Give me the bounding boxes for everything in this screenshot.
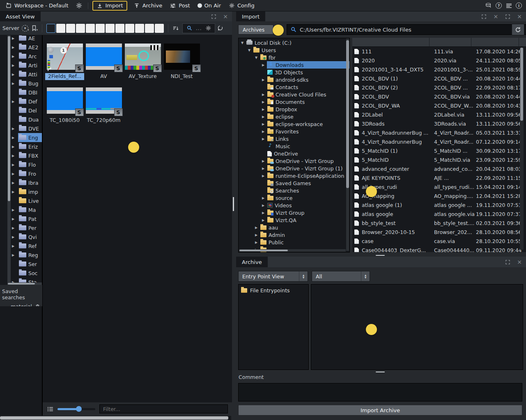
asset-tree-item[interactable]: Bug <box>0 79 42 88</box>
thumbnail-image[interactable]: S <box>47 87 83 114</box>
expander-icon[interactable] <box>262 137 267 141</box>
asset-tree-item[interactable]: Eng <box>0 133 42 142</box>
table-row[interactable]: 2020 2020.via 24.11.2020 08:05 <box>352 56 526 65</box>
filesystem-tree-item[interactable]: Videos <box>239 202 349 209</box>
expander-icon[interactable] <box>255 233 260 237</box>
asset-tree-item[interactable]: DBI <box>0 88 42 97</box>
asset-tree-item[interactable]: Flo <box>0 160 42 169</box>
expander-icon[interactable] <box>12 226 16 230</box>
filesystem-tree-hscrollbar[interactable] <box>239 249 346 252</box>
expander-icon[interactable] <box>12 154 16 158</box>
file-entrypoints-item[interactable]: File Entrypoints <box>241 287 306 294</box>
filesystem-tree-item[interactable]: Vizrt.QA <box>239 216 349 224</box>
tab-asset-view[interactable]: Asset View <box>0 11 41 21</box>
table-row[interactable]: 3DRoads 3DRoads.via 13.11.2020 09:56 <box>352 119 526 128</box>
table-row[interactable]: 5_MatchID (1) 5_MatchID ... 30.09.2020 1… <box>352 146 526 155</box>
sort-order-icon[interactable] <box>172 25 179 32</box>
expander-icon[interactable] <box>12 46 16 49</box>
filesystem-tree-item[interactable]: Documents <box>239 98 349 106</box>
asset-thumbnail[interactable]: S NDI_Test <box>162 44 201 80</box>
asset-filter-button[interactable] <box>115 24 124 33</box>
expander-icon[interactable] <box>12 127 16 131</box>
asset-tree-item[interactable]: Pat <box>0 214 42 223</box>
expander-icon[interactable] <box>262 108 267 111</box>
expand-panel-icon[interactable] <box>504 259 511 265</box>
archive-mode-button[interactable]: Archive <box>130 0 166 11</box>
filesystem-tree-item[interactable]: android-sdks <box>239 76 349 83</box>
asset-filter-button[interactable] <box>46 24 55 33</box>
table-vscrollbar-thumb[interactable] <box>520 48 523 121</box>
asset-tree-item[interactable]: Ibra <box>0 178 42 187</box>
expander-icon[interactable] <box>248 48 253 52</box>
expander-icon[interactable] <box>12 235 16 239</box>
asset-tree-item[interactable]: Soc <box>0 269 42 278</box>
left-panel-hscrollbar-thumb[interactable] <box>0 416 228 420</box>
asset-filter-input[interactable] <box>99 404 228 413</box>
asset-thumbnail[interactable]: S 2Fields_Ref... <box>45 44 84 80</box>
thumbnail-caption[interactable]: AV_Texture <box>123 73 162 80</box>
expander-icon[interactable] <box>255 226 260 230</box>
filesystem-tree-item[interactable]: Dropbox <box>239 106 349 113</box>
help-icon[interactable]: ? <box>496 2 502 9</box>
expander-icon[interactable] <box>262 218 267 222</box>
filesystem-tree-item[interactable]: Public <box>239 239 349 246</box>
filesystem-tree-item[interactable]: Local Disk (C:) <box>239 39 349 46</box>
expander-icon[interactable] <box>262 204 267 207</box>
thumbnail-image[interactable]: S <box>86 44 122 70</box>
import-mode-button[interactable]: Import <box>92 1 127 11</box>
expander-icon[interactable] <box>262 174 267 178</box>
server-refresh-button[interactable]: ★ ▾ <box>22 25 29 32</box>
asset-tree-item[interactable]: Eriz <box>0 142 42 151</box>
expander-icon[interactable] <box>262 122 267 126</box>
table-row[interactable]: Case0044403_DexterG... Case0044440... 09… <box>352 246 526 252</box>
table-row[interactable]: 2DLabel 2DLabel.via 13.11.2020 09:56 <box>352 110 526 119</box>
asset-tree-item[interactable]: Fro <box>0 169 42 178</box>
filesystem-tree-item[interactable]: Favorites <box>239 128 349 135</box>
archives-dropdown-button[interactable]: Archives <box>238 25 273 34</box>
thumbnail-caption[interactable]: TC_720p60m <box>84 117 123 124</box>
expander-icon[interactable] <box>262 159 267 163</box>
table-row[interactable]: advanced_counter advanced_co... 20.04.20… <box>352 164 526 173</box>
splitter-handle[interactable] <box>376 372 385 372</box>
filesystem-tree-vscrollbar-thumb[interactable] <box>346 40 349 188</box>
expander-icon[interactable] <box>12 73 16 76</box>
thumbnail-caption[interactable]: AV <box>84 73 123 80</box>
filesystem-tree-item[interactable]: Admin <box>239 231 349 239</box>
import-archive-button[interactable]: Import Archive <box>238 405 522 415</box>
expander-icon[interactable] <box>12 253 16 257</box>
expander-icon[interactable] <box>262 93 267 96</box>
expander-icon[interactable] <box>12 172 16 176</box>
search-settings-gear-icon[interactable] <box>205 25 211 32</box>
filesystem-tree-item[interactable]: Searches <box>239 187 349 194</box>
asset-filter-button[interactable] <box>155 24 164 33</box>
asset-tree-item[interactable]: Ma <box>0 205 42 214</box>
filesystem-tree-item[interactable]: source <box>239 194 349 202</box>
table-row[interactable]: 2COL_BDV_WA 2COL_BDV_W... 20.08.2020 10:… <box>352 101 526 110</box>
filesystem-tree-item[interactable]: runtime-EclipseApplication <box>239 172 349 179</box>
asset-filter-button[interactable] <box>135 24 144 33</box>
expander-icon[interactable] <box>241 41 246 45</box>
spinner-arrows-icon[interactable] <box>299 271 308 281</box>
path-input[interactable] <box>300 27 526 33</box>
expander-icon[interactable] <box>262 115 267 119</box>
asset-filter-button[interactable] <box>76 24 85 33</box>
expand-panel-icon[interactable] <box>481 13 487 20</box>
view-mode-list-icon[interactable] <box>47 406 53 412</box>
asset-filter-button[interactable] <box>125 24 134 33</box>
table-row[interactable]: bb_style_test bb_style_test.... 02.03.20… <box>352 218 526 227</box>
asset-tree-item[interactable]: Arti <box>0 61 42 70</box>
expander-icon[interactable] <box>262 100 267 104</box>
tab-import[interactable]: Import <box>236 11 265 21</box>
expander-icon[interactable] <box>12 100 16 103</box>
asset-tree-item[interactable]: AE2 <box>0 43 42 52</box>
spinner-arrows-icon[interactable] <box>361 271 370 281</box>
expander-icon[interactable] <box>12 55 16 58</box>
asset-filter-button[interactable] <box>86 24 95 33</box>
asset-tree-item[interactable]: Reg <box>0 250 42 259</box>
expander-icon[interactable] <box>255 241 260 244</box>
post-mode-button[interactable]: Post <box>166 0 193 11</box>
asset-tree-item[interactable]: Ser <box>0 259 42 269</box>
asset-thumbnail[interactable]: S TC_720p60m <box>84 87 123 124</box>
expand-panel-icon[interactable] <box>210 13 217 20</box>
splitter-handle[interactable] <box>376 255 385 256</box>
